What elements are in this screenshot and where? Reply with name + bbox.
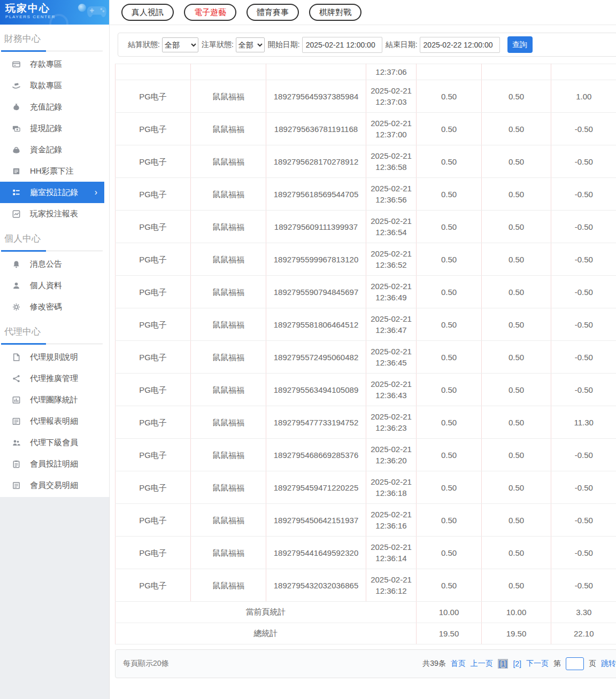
cell-bet: 0.50 [417,406,482,439]
cell-bet: 0.50 [417,341,482,374]
table-row: PG电子鼠鼠福福18927956091113999372025-02-2112:… [116,211,616,243]
table-row: PG电子鼠鼠福福18927956185695447052025-02-2112:… [116,178,616,211]
sidebar-item-person[interactable]: 個人資料 [0,275,104,296]
sidebar-section-title: 個人中心 [4,232,103,251]
sidebar-item-report-chart[interactable]: 玩家投注報表 [0,203,104,224]
cell-game: PG电子 [116,439,191,471]
cell-result: -0.50 [551,471,616,504]
cell-player: 鼠鼠福福 [191,211,266,243]
bet-records-table: 12:37:06PG电子鼠鼠福福18927956459373859842025-… [115,64,616,644]
cell-order: 1892795645937385984 [266,80,366,113]
sidebar-item-withdraw-hand[interactable]: 取款專區 [0,75,104,96]
sidebar-item-lottery-list[interactable]: HH彩票下注 [0,160,104,182]
share-icon [12,374,21,383]
cell-game: PG电子 [116,569,191,602]
bell-icon [12,260,21,269]
cell-time: 2025-02-2112:37:03 [366,80,417,113]
cell-bet: 0.50 [417,113,482,145]
settle-status-select[interactable]: 全部 [162,37,198,52]
next-page-link[interactable]: 下一页 [526,659,549,669]
end-date-input[interactable] [420,37,500,53]
sidebar-item-label: 消息公告 [30,259,62,269]
sidebar-background-filler [0,497,110,699]
cell-order: 1892795628170278912 [266,145,366,178]
cell-valid: 0.50 [482,80,551,113]
table-row: PG电子鼠鼠福福18927956367811911682025-02-2112:… [116,113,616,145]
cell-bet: 0.50 [417,308,482,341]
logo-orb-decoration [78,4,86,12]
tab-真人視訊[interactable]: 真人視訊 [121,4,174,21]
settle-status-label: 結算狀態: [128,40,160,50]
sidebar-item-document[interactable]: 代理規則說明 [0,346,104,368]
summary-label: 當前頁統計 [116,602,417,623]
sidebar-item-people[interactable]: 代理下級會員 [0,432,104,453]
search-button[interactable]: 查詢 [507,36,533,53]
first-page-link[interactable]: 首页 [451,659,466,669]
gamepad-icon [86,3,108,21]
sidebar-item-purse[interactable]: 資金記錄 [0,139,104,160]
cell-valid: 0.50 [482,178,551,211]
cell-valid: 0.50 [482,374,551,406]
table-summary-row: 當前頁統計10.0010.003.30 [116,602,616,623]
cell-game [116,64,191,80]
cell-result: 11.30 [551,406,616,439]
sidebar-item-bet-record[interactable]: 廳室投註記錄› [0,182,104,203]
order-status-label: 注單狀態: [202,40,234,50]
cell-valid: 0.50 [482,439,551,471]
cell-time: 2025-02-2112:37:00 [366,113,417,145]
sidebar-item-share[interactable]: 代理推廣管理 [0,368,104,389]
page-link-2[interactable]: [2] [513,659,521,668]
cell-result: -0.50 [551,211,616,243]
cell-order: 1892795636781191168 [266,113,366,145]
cell-bet: 0.50 [417,537,482,569]
team-chart-icon [12,395,21,405]
cell-bet: 0.50 [417,211,482,243]
tab-棋牌對戰[interactable]: 棋牌對戰 [309,4,361,21]
cell-result: -0.50 [551,439,616,471]
cell-time: 2025-02-2112:36:45 [366,341,417,374]
cell-result: -0.50 [551,145,616,178]
sidebar-section-label: 代理中心 [4,327,41,337]
cell-time: 2025-02-2112:36:52 [366,243,417,276]
sidebar-item-label: 充值記錄 [30,102,62,112]
table-row: PG电子鼠鼠福福18927954506421519372025-02-2112:… [116,504,616,537]
tab-體育賽事[interactable]: 體育賽事 [247,4,299,21]
sidebar-item-clipboard[interactable]: 會員投註明細 [0,453,104,475]
tab-電子遊藝[interactable]: 電子遊藝 [184,4,236,21]
sidebar-item-label: 存款專區 [30,59,62,69]
jump-button[interactable]: 跳转 [601,659,616,669]
sidebar-item-label: 會員投註明細 [30,459,78,469]
people-icon [12,438,21,447]
cell-valid: 0.50 [482,471,551,504]
start-date-input[interactable] [302,37,382,53]
sidebar-item-bell[interactable]: 消息公告 [0,253,104,275]
jump-page-input[interactable] [566,657,584,670]
jump-prefix-label: 第 [553,659,561,669]
sidebar-item-label: 代理報表明細 [30,416,78,426]
cell-player: 鼠鼠福福 [191,471,266,504]
cell-result: -0.50 [551,537,616,569]
table-summary-row: 總統計19.5019.5022.10 [116,623,616,644]
cell-bet: 0.50 [417,439,482,471]
sidebar-item-label: 個人資料 [30,281,62,291]
sidebar-item-transaction-list[interactable]: 會員交易明細 [0,475,104,496]
cell-bet: 0.50 [417,471,482,504]
page-link-1[interactable]: [1] [498,659,509,669]
sidebar-item-cash[interactable]: 提現記錄 [0,118,104,139]
cell-game: PG电子 [116,145,191,178]
cell-bet: 0.50 [417,178,482,211]
sidebar-item-gear[interactable]: 修改密碼 [0,296,104,317]
cell-valid: 0.50 [482,276,551,308]
cell-valid: 0.50 [482,113,551,145]
sidebar: 玩家中心 PLAYERS CENTER 財務中心存款專區取款專區充值記錄提現記錄… [0,0,110,497]
cell-player: 鼠鼠福福 [191,439,266,471]
prev-page-link[interactable]: 上一页 [471,659,493,669]
order-status-select[interactable]: 全部 [236,37,265,52]
bet-record-icon [12,188,21,197]
sidebar-item-money-bag[interactable]: 充值記錄 [0,96,104,118]
sidebar-item-deposit-card[interactable]: 存款專區 [0,53,104,75]
cell-game: PG电子 [116,308,191,341]
sidebar-item-team-chart[interactable]: 代理團隊統計 [0,389,104,410]
sidebar-item-report-detail[interactable]: 代理報表明細 [0,410,104,432]
cell-bet: 0.50 [417,276,482,308]
